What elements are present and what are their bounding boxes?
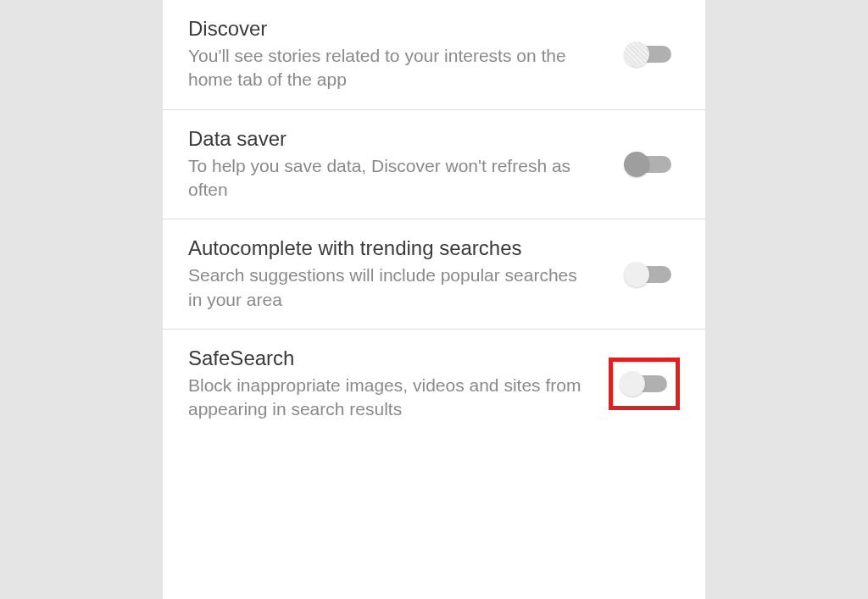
- setting-row-safesearch[interactable]: SafeSearch Block inappropriate images, v…: [163, 330, 705, 439]
- setting-row-data-saver[interactable]: Data saver To help you save data, Discov…: [163, 110, 705, 220]
- toggle-thumb: [624, 262, 649, 287]
- setting-title: Autocomplete with trending searches: [188, 236, 592, 260]
- toggle-wrap: [617, 34, 680, 75]
- toggle-wrap: [617, 254, 680, 295]
- setting-text: Discover You'll see stories related to y…: [188, 17, 617, 92]
- toggle-thumb: [624, 152, 649, 177]
- setting-title: Discover: [188, 17, 592, 41]
- settings-panel: Discover You'll see stories related to y…: [163, 0, 705, 599]
- setting-title: SafeSearch: [188, 347, 583, 370]
- toggle-discover[interactable]: [624, 41, 673, 68]
- toggle-thumb: [620, 371, 645, 397]
- toggle-thumb: [624, 42, 649, 67]
- setting-text: SafeSearch Block inappropriate images, v…: [188, 347, 609, 422]
- toggle-wrap-highlighted: [609, 358, 680, 410]
- setting-description: To help you save data, Discover won't re…: [188, 154, 592, 202]
- setting-description: You'll see stories related to your inter…: [188, 44, 592, 92]
- setting-row-autocomplete[interactable]: Autocomplete with trending searches Sear…: [163, 219, 705, 330]
- toggle-wrap: [617, 144, 680, 185]
- toggle-autocomplete[interactable]: [624, 261, 673, 288]
- setting-description: Block inappropriate images, videos and s…: [188, 374, 583, 422]
- toggle-safesearch[interactable]: [620, 370, 669, 397]
- setting-row-discover[interactable]: Discover You'll see stories related to y…: [163, 0, 705, 110]
- setting-title: Data saver: [188, 127, 592, 151]
- setting-text: Data saver To help you save data, Discov…: [188, 127, 617, 202]
- setting-description: Search suggestions will include popular …: [188, 263, 592, 312]
- toggle-data-saver[interactable]: [624, 151, 673, 178]
- setting-text: Autocomplete with trending searches Sear…: [188, 236, 617, 312]
